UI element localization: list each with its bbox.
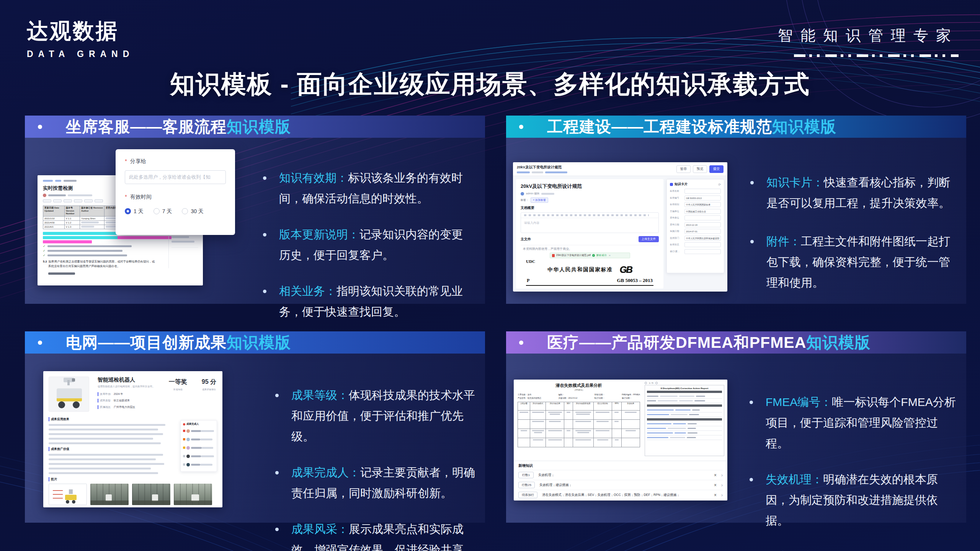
panel-heading: 工程建设——工程建设标准规范知识模版 (547, 116, 836, 137)
fmea-grid: 过程步骤 潜在失效模式 潜在失效后果 SEV 潜在失效原因/机理 现行过程控制 … (518, 402, 640, 447)
row-chip[interactable]: 行数1 (518, 472, 534, 478)
photo-substation (90, 484, 129, 505)
bullet-icon (750, 181, 754, 184)
file-chip[interactable]: 20kV及以下变电所设计规范.pdf 解析成功 (550, 253, 630, 258)
p-label: P (527, 278, 529, 284)
submit-button[interactable]: 提交 (709, 165, 724, 173)
brand-logo: 达观数据 DATA GRAND (27, 17, 134, 59)
row-chip[interactable]: 行数25 (518, 482, 535, 488)
list-item: FMEA编号：唯一标识每个FMEA分析项目，便于追踪和管理风险管控过程。 (749, 392, 959, 454)
prev-page-icon[interactable] (645, 382, 647, 384)
check-item (43, 254, 172, 257)
pdf-preview: 本资料限内部使用，严禁用于商业。 20kV及以下变电所设计规范.pdf 解析成功… (521, 245, 659, 286)
knowledge-card-sidebar: 知识卡片 标准名称 标准编号GB 50053-2013 标准级别中华人民共和国国… (666, 179, 724, 273)
breadcrumb (517, 171, 567, 173)
refresh-icon[interactable] (718, 183, 721, 186)
field-input[interactable] (684, 189, 721, 194)
members-icon (183, 423, 185, 425)
radio-1day[interactable]: 1 天 (125, 208, 144, 215)
field-input[interactable]: 2014-07-01 (684, 229, 721, 234)
field-input[interactable] (684, 242, 721, 247)
embedded-screenshot-standard-doc: 20kV及以下变电所设计规范 暂存 预览 提交 20kV及以下变电所设计规范 (513, 162, 727, 292)
chevron-right-icon[interactable] (721, 473, 723, 478)
chevron-right-icon[interactable] (721, 483, 723, 488)
field-input[interactable] (684, 215, 721, 220)
doc-tags: 标签： + 添加标签 (521, 197, 659, 203)
brand-logo-cn: 达观数据 (27, 17, 134, 46)
bullet-icon (750, 401, 753, 404)
radio-icon (182, 208, 188, 214)
photo-substation (132, 484, 170, 505)
panel-power-grid-header: 电网——项目创新成果知识模版 (25, 331, 485, 354)
panel-power-grid-bullets: 成果等级：体现科技成果的技术水平和应用价值，便于评估和推广优先级。 成果完成人：… (274, 385, 475, 551)
section-text-placeholder (49, 454, 170, 474)
check-item (43, 249, 172, 253)
check-icon (43, 254, 46, 257)
row-chip[interactable]: 待添加行 (518, 492, 537, 498)
field-input[interactable]: 2013-12-19 (684, 222, 721, 227)
knowledge-row: 行数25 失效机理；建议措施； (518, 480, 723, 490)
add-tag-button[interactable]: + 添加标签 (531, 197, 548, 203)
card-icon (670, 183, 673, 186)
bullet-icon (275, 394, 279, 397)
check-icon (43, 249, 46, 253)
editor-toolbar (521, 213, 658, 218)
field-input[interactable]: GB 50053-2013 (684, 196, 721, 201)
bullet-icon (750, 478, 753, 481)
preview-button[interactable]: 预览 (693, 165, 707, 173)
panel-power-grid: 电网——项目创新成果知识模版 智能巡检机器人 使用智能机器人进行电网巡检，提高效… (25, 331, 485, 523)
field-input[interactable]: 中国机械工业联合会 (684, 209, 721, 214)
udc-label: UDC (526, 259, 657, 264)
list-item: 成果完成人：记录主要贡献者，明确责任归属，同时激励科研创新。 (274, 462, 475, 504)
embedded-screenshot-fmea: 潜在失效模式及后果分析 （PFMEA） 工序名称：涂布产品型号：铝壳系列锂电芯 … (514, 380, 727, 500)
panel-engineering-bullets: 知识卡片：快速查看核心指标，判断是否可以复用工程，提升决策效率。 附件：工程主文… (750, 172, 956, 293)
pager[interactable]: 1 / 5 (645, 382, 724, 384)
check-item (43, 245, 172, 248)
field-input[interactable]: 中华人民共和国住房和城乡建设部 (684, 236, 721, 241)
panel-engineering-header: 工程建设——工程建设标准规范知识模版 (506, 116, 966, 138)
bullet-icon (275, 528, 279, 531)
close-icon[interactable] (714, 473, 717, 478)
radio-30day[interactable]: 30 天 (182, 208, 203, 215)
field-input[interactable] (684, 249, 721, 254)
share-user-input[interactable] (125, 170, 226, 184)
bullet-icon (263, 290, 266, 293)
fmea-meta: 工序名称：涂布产品型号：铝壳系列锂电芯 编制：关键日期：2012-9-12 审核… (518, 393, 640, 400)
editor-placeholder: 请输入内容 (521, 218, 658, 228)
knowledge-row: 待添加行 潜在失效模式；潜在失效后果；SEV；失效机理；OCC；探测；预防；DE… (518, 490, 723, 500)
knowledge-row: 行数1 失效机理； (518, 470, 723, 480)
avatar (43, 194, 46, 197)
close-icon[interactable] (714, 483, 717, 488)
panel-heading: 坐席客服——客服流程知识模版 (66, 116, 291, 137)
doc-meta: admin 编辑 (521, 192, 659, 196)
bullet-icon (263, 233, 266, 236)
save-draft-button[interactable]: 暂存 (676, 165, 691, 173)
contributors-card: 成果完成人 (180, 420, 217, 472)
achievement-subtitle: 使用智能机器人进行电网巡检，提高效率和安全性。 (98, 385, 174, 388)
embedded-screenshot-achievement: 智能巡检机器人 使用智能机器人进行电网巡检，提高效率和安全性。 发布年份2024… (43, 371, 222, 507)
chevron-right-icon[interactable] (721, 492, 723, 498)
rich-text-editor[interactable]: 请输入内容 (521, 212, 659, 233)
next-page-icon[interactable] (655, 382, 658, 384)
radio-7day[interactable]: 7 天 (154, 208, 172, 215)
close-icon[interactable] (714, 492, 717, 498)
upload-main-file-button[interactable]: 上传主文件 (639, 236, 659, 242)
close-icon[interactable] (609, 254, 611, 257)
page-title: 知识模板 - 面向企业级应用场景、多样化的知识承载方式 (0, 67, 980, 101)
bullet-icon (38, 125, 42, 129)
report-8d: 8 Disciplines(8D) Corrective Action Repo… (645, 385, 724, 456)
panel-medical-fmea-header: 医疗——产品研发DFMEA和PFMEA知识模版 (506, 331, 966, 354)
radio-selected-icon (125, 208, 131, 214)
highlight-line (43, 240, 92, 243)
doc-paragraph: 5.3如果用户在检测之后想要知道导致该车辆问题的原因，或对于诊断结果仍有疑问，或… (43, 259, 172, 269)
photo-robot-diagram (49, 484, 87, 505)
field-input[interactable]: 中华人民共和国国家标准 (684, 202, 721, 207)
watermark-notice: 本资料限内部使用，严禁用于商业。 (523, 247, 657, 251)
bullet-icon (519, 341, 523, 345)
panel-agent-service-body: 实时按需检测 更新日期 Date Updated 版本号 Version Num… (25, 138, 485, 304)
bullet-icon (275, 471, 279, 474)
list-item: 成果风采：展示成果亮点和实际成效，增强宣传效果，促进经验共享。 (274, 519, 475, 551)
section-text-placeholder (49, 424, 170, 444)
radio-icon (154, 208, 160, 214)
member-row (183, 427, 214, 434)
